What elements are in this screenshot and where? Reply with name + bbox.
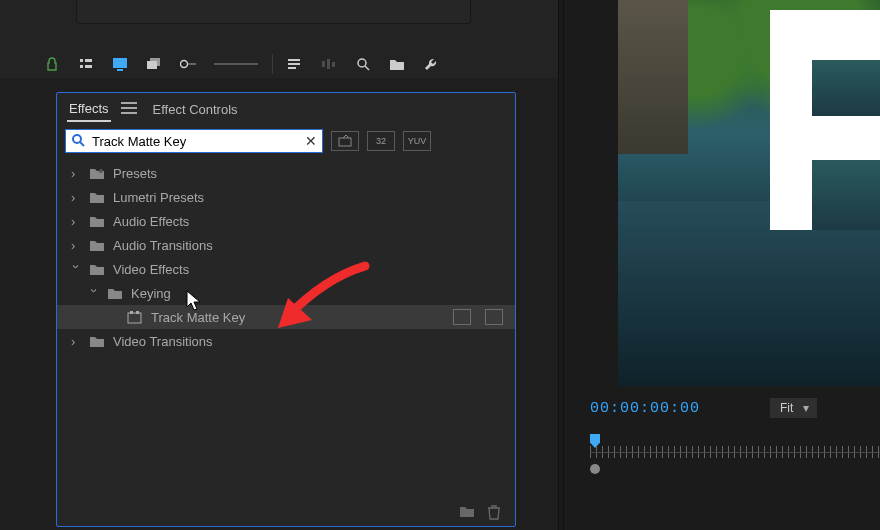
tree-label: Keying <box>131 286 171 301</box>
effects-search-input[interactable] <box>65 129 323 153</box>
folder-icon[interactable] <box>389 56 405 72</box>
32bit-badge-icon <box>485 309 503 325</box>
effect-track-matte-key[interactable]: Track Matte Key <box>57 305 515 329</box>
svg-rect-22 <box>128 313 141 323</box>
svg-rect-0 <box>80 59 83 62</box>
new-bin-icon[interactable] <box>459 504 475 518</box>
effects-search-row: ✕ 32 YUV <box>57 123 515 159</box>
program-monitor-area: 00:00:00:00 Fit <box>558 0 880 530</box>
svg-point-16 <box>358 59 366 67</box>
title-text-overlay <box>770 10 880 230</box>
tree-audio-transitions[interactable]: › Audio Transitions <box>57 233 515 257</box>
svg-rect-7 <box>147 61 157 69</box>
svg-point-18 <box>73 135 81 143</box>
panel-tab-bar: Effects Effect Controls <box>57 93 515 123</box>
chevron-right-icon: › <box>71 214 81 229</box>
source-monitor-placeholder <box>76 0 471 24</box>
marker-icon[interactable] <box>180 56 196 72</box>
tree-label: Video Effects <box>113 262 189 277</box>
tree-audio-effects[interactable]: › Audio Effects <box>57 209 515 233</box>
chevron-right-icon: › <box>71 166 81 181</box>
chevron-right-icon: › <box>71 238 81 253</box>
search-wrap: ✕ <box>65 129 323 153</box>
tree-video-effects[interactable]: › Video Effects <box>57 257 515 281</box>
effect-label: Track Matte Key <box>151 310 245 325</box>
scrubber-handle[interactable] <box>590 464 600 474</box>
tree-presets[interactable]: › Presets <box>57 161 515 185</box>
tree-label: Audio Transitions <box>113 238 213 253</box>
svg-rect-4 <box>113 58 127 68</box>
svg-rect-2 <box>80 65 83 68</box>
effect-preset-icon <box>127 310 143 324</box>
panel-divider[interactable] <box>558 0 564 530</box>
tree-video-transitions[interactable]: › Video Transitions <box>57 329 515 353</box>
search-loupe-icon[interactable] <box>355 56 371 72</box>
tab-effects[interactable]: Effects <box>67 95 111 122</box>
folder-icon <box>89 214 105 228</box>
svg-rect-24 <box>136 311 139 314</box>
source-panel-area <box>0 0 558 78</box>
svg-rect-20 <box>339 138 351 146</box>
playhead-timecode[interactable]: 00:00:00:00 <box>590 400 700 417</box>
presets-folder-icon <box>89 166 105 180</box>
preview-image-road <box>618 0 688 154</box>
chevron-right-icon: › <box>71 190 81 205</box>
waveform-icon[interactable] <box>321 56 337 72</box>
chevron-right-icon: › <box>71 334 81 349</box>
tree-label: Audio Effects <box>113 214 189 229</box>
wrench-icon[interactable] <box>423 56 439 72</box>
effects-panel: Effects Effect Controls ✕ 32 YUV › Prese… <box>56 92 516 527</box>
svg-point-21 <box>99 169 103 173</box>
chevron-down-icon: › <box>87 288 102 298</box>
folder-icon <box>89 262 105 276</box>
slider-track[interactable] <box>214 63 258 65</box>
filter-32bit-badge[interactable]: 32 <box>367 131 395 151</box>
effect-badges <box>453 309 503 325</box>
lock-icon[interactable] <box>44 56 60 72</box>
svg-rect-23 <box>130 311 133 314</box>
mini-timeline[interactable] <box>590 434 880 474</box>
svg-rect-14 <box>327 59 330 69</box>
timeline-ruler <box>590 452 880 453</box>
timecode-row: 00:00:00:00 Fit <box>590 398 817 418</box>
monitor-icon[interactable] <box>112 56 128 72</box>
layers-icon[interactable] <box>146 56 162 72</box>
zoom-fit-dropdown[interactable]: Fit <box>770 398 817 418</box>
folder-icon <box>107 286 123 300</box>
filter-yuv-badge[interactable]: YUV <box>403 131 431 151</box>
align-dropdown-icon[interactable] <box>287 56 303 72</box>
tab-effect-controls[interactable]: Effect Controls <box>151 96 240 121</box>
tree-label: Presets <box>113 166 157 181</box>
search-icon <box>71 133 85 151</box>
tree-lumetri[interactable]: › Lumetri Presets <box>57 185 515 209</box>
svg-rect-15 <box>332 62 335 67</box>
list-view-icon[interactable] <box>78 56 94 72</box>
svg-point-8 <box>181 61 188 68</box>
toolbar-separator <box>272 54 273 74</box>
svg-rect-1 <box>85 59 92 62</box>
svg-line-19 <box>80 142 84 146</box>
svg-rect-13 <box>322 61 325 67</box>
chevron-down-icon: › <box>69 264 84 274</box>
folder-icon <box>89 238 105 252</box>
filter-accelerated-icon[interactable] <box>331 131 359 151</box>
svg-line-17 <box>365 66 369 70</box>
trash-icon[interactable] <box>487 504 501 520</box>
accelerated-badge-icon <box>453 309 471 325</box>
program-monitor[interactable] <box>618 0 880 386</box>
folder-icon <box>89 190 105 204</box>
clear-search-icon[interactable]: ✕ <box>305 133 317 149</box>
tree-label: Lumetri Presets <box>113 190 204 205</box>
panel-menu-icon[interactable] <box>121 102 137 114</box>
source-toolbar <box>44 54 439 74</box>
folder-icon <box>89 334 105 348</box>
tree-keying[interactable]: › Keying <box>57 281 515 305</box>
panel-bottom-icons <box>459 504 501 520</box>
tree-label: Video Transitions <box>113 334 213 349</box>
svg-rect-3 <box>85 65 92 68</box>
effects-tree: › Presets › Lumetri Presets › Audio Effe… <box>57 159 515 355</box>
svg-rect-5 <box>117 69 123 71</box>
